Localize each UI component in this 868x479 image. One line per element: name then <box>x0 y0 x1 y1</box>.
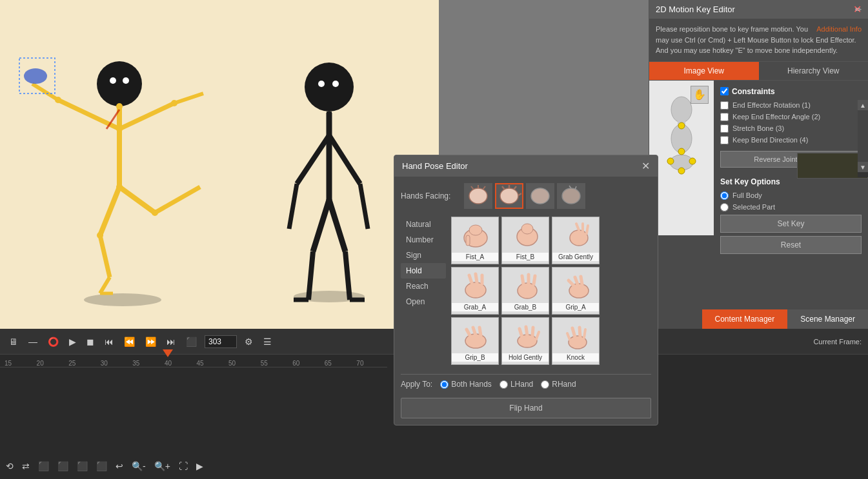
bottom-right-buttons: Content Manager Scene Manager <box>702 309 868 329</box>
bottom-tool-3[interactable]: ⬛ <box>35 460 52 473</box>
flip-hand-btn[interactable]: Flip Hand <box>401 398 651 418</box>
category-number[interactable]: Number <box>401 232 446 248</box>
hand-facing-btn-4[interactable] <box>557 183 585 209</box>
record-btn[interactable]: ⬛ <box>183 335 199 348</box>
radio-selected-part[interactable]: Selected Part <box>720 203 862 211</box>
category-natural[interactable]: Natural <box>401 217 446 232</box>
svg-point-51 <box>667 158 674 164</box>
bottom-tool-4[interactable]: ⬛ <box>55 460 71 473</box>
hand-facing-btn-3[interactable] <box>526 183 554 209</box>
stretch-bone-checkbox[interactable] <box>720 124 729 133</box>
svg-line-83 <box>534 276 535 284</box>
list-icon[interactable]: ☰ <box>261 335 274 348</box>
svg-rect-0 <box>0 0 439 329</box>
radio-both-hands[interactable]: Both Hands <box>440 380 492 389</box>
keep-bend-direction-checkbox[interactable] <box>720 136 729 144</box>
scroll-up-arrow[interactable]: ▲ <box>858 100 868 110</box>
end-effector-rotation-checkbox[interactable] <box>720 101 729 110</box>
radio-full-body[interactable]: Full Body <box>720 191 862 200</box>
bottom-play[interactable]: ▶ <box>194 460 206 473</box>
category-open[interactable]: Open <box>401 294 446 309</box>
timeline-ruler-left: 15 20 25 30 35 40 45 50 55 60 65 70 <box>0 355 387 367</box>
svg-point-72 <box>570 230 588 246</box>
selected-part-radio[interactable] <box>720 203 729 211</box>
loop-icon[interactable]: ⭕ <box>45 335 61 348</box>
svg-point-71 <box>521 224 533 234</box>
next-frame-btn[interactable]: ⏭ <box>164 335 178 348</box>
pose-grid-row-3: Grip_B Hold Gently Knock <box>451 317 651 365</box>
category-reach[interactable]: Reach <box>401 279 446 294</box>
pose-hold-gently[interactable]: Hold Gently <box>501 317 549 365</box>
prev-frame-btn[interactable]: ⏮ <box>102 335 116 348</box>
hand-cursor-icon[interactable]: ✋ <box>691 86 709 104</box>
category-hold[interactable]: Hold <box>401 263 446 279</box>
bottom-tool-7[interactable]: ↩ <box>113 460 126 473</box>
forward-btn[interactable]: ⏩ <box>143 335 159 348</box>
timeline-bottom-toolbar: ⟲ ⇄ ⬛ ⬛ ⬛ ⬛ ↩ 🔍- 🔍+ ⛶ ▶ <box>0 453 209 479</box>
lhand-radio[interactable] <box>500 380 508 389</box>
radio-lhand[interactable]: LHand <box>500 380 533 389</box>
pose-grab-a[interactable]: Grab_A <box>451 267 499 315</box>
scroll-down-arrow[interactable]: ▼ <box>858 162 868 172</box>
hand-facing-btn-2[interactable] <box>495 183 523 209</box>
pose-grip-a[interactable]: Grip_A <box>552 267 600 315</box>
additional-info-link[interactable]: Additional Info <box>816 24 862 35</box>
pose-hold-gently-img <box>506 318 545 353</box>
content-manager-btn[interactable]: Content Manager <box>702 309 788 329</box>
svg-line-96 <box>536 332 539 339</box>
pose-fist-b[interactable]: Fist_B <box>501 217 549 264</box>
hand-facing-btn-1[interactable] <box>464 183 492 209</box>
svg-line-87 <box>581 277 582 284</box>
keep-end-effector-angle-checkbox[interactable] <box>720 113 729 121</box>
bottom-zoom-out[interactable]: 🔍- <box>129 460 148 473</box>
pose-fist-a[interactable]: Fist_A <box>451 217 499 264</box>
constraints-master-checkbox[interactable] <box>720 87 729 95</box>
set-key-btn[interactable]: Set Key <box>720 215 862 233</box>
stop-btn[interactable]: ◼ <box>84 335 97 348</box>
canvas-svg <box>0 0 439 329</box>
category-sign[interactable]: Sign <box>401 248 446 263</box>
pose-grip-b-img <box>456 318 494 353</box>
bottom-zoom-in[interactable]: 🔍+ <box>152 460 173 473</box>
radio-rhand[interactable]: RHand <box>541 380 576 389</box>
svg-line-89 <box>467 329 470 337</box>
bottom-tool-2[interactable]: ⇄ <box>19 460 32 473</box>
bottom-expand[interactable]: ⛶ <box>176 460 190 473</box>
hand-pose-close-btn[interactable]: ✕ <box>641 160 650 172</box>
pose-grip-b[interactable]: Grip_B <box>451 317 499 365</box>
tab-image-view[interactable]: Image View <box>649 62 759 80</box>
pencil-icon[interactable]: ✏ <box>855 5 862 14</box>
pose-grab-b[interactable]: Grab_B <box>501 267 549 315</box>
tick-35: 35 <box>131 360 163 367</box>
both-hands-radio[interactable] <box>440 380 449 389</box>
rhand-radio[interactable] <box>541 380 549 389</box>
play-btn[interactable]: ▶ <box>66 335 79 348</box>
scene-manager-btn[interactable]: Scene Manager <box>787 309 868 329</box>
svg-point-68 <box>469 225 482 235</box>
bottom-tool-1[interactable]: ⟲ <box>3 460 16 473</box>
tick-30: 30 <box>99 360 132 367</box>
tab-hierarchy-view[interactable]: Hierarchy View <box>759 62 869 80</box>
svg-point-49 <box>678 122 685 129</box>
scroll-thumb[interactable] <box>858 110 868 162</box>
full-body-radio[interactable] <box>720 191 729 200</box>
hands-facing-label: Hands Facing: <box>401 191 459 200</box>
pose-grab-gently[interactable]: Grab Gently <box>552 217 600 264</box>
bottom-tool-5[interactable]: ⬛ <box>74 460 90 473</box>
svg-point-18 <box>55 97 61 103</box>
rewind-btn[interactable]: ⏪ <box>121 335 137 348</box>
vertical-scrollbar[interactable]: ▲ ▼ <box>858 100 868 177</box>
svg-line-57 <box>471 186 474 190</box>
bottom-tool-6[interactable]: ⬛ <box>94 460 110 473</box>
svg-point-45 <box>671 97 692 122</box>
settings-icon[interactable]: ⚙ <box>242 335 256 348</box>
monitor-icon[interactable]: 🖥 <box>6 335 21 348</box>
timeline-playhead[interactable] <box>163 349 173 357</box>
svg-line-98 <box>572 328 575 337</box>
reset-btn[interactable]: Reset <box>720 236 862 254</box>
motion-editor-panel: 2D Motion Key Editor ✕ Additional Info P… <box>649 0 868 329</box>
pose-knock[interactable]: Knock <box>552 317 600 365</box>
tick-25: 25 <box>67 360 99 367</box>
frame-number-input[interactable]: 303 <box>205 335 237 348</box>
set-key-options: Set Key Options Full Body Selected Part <box>720 177 862 211</box>
